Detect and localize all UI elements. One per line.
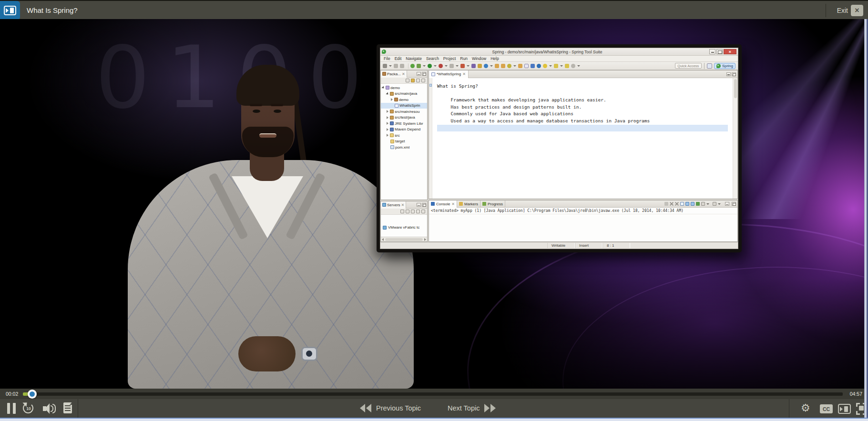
next-topic-button[interactable]: Next Topic (448, 404, 496, 412)
open-folder-icon[interactable] (495, 64, 499, 68)
seek-thumb[interactable] (28, 390, 37, 399)
scroll-left-icon[interactable] (382, 238, 384, 241)
expander-icon[interactable] (387, 110, 388, 113)
expander-icon[interactable] (381, 86, 385, 90)
maximize-panel-button[interactable] (422, 72, 426, 76)
start-server-icon[interactable] (406, 210, 409, 213)
jar-icon[interactable] (478, 64, 482, 68)
volume-button[interactable] (43, 403, 55, 414)
dropdown-caret[interactable] (706, 203, 709, 205)
dropdown-caret[interactable] (456, 65, 459, 67)
new-java-project-icon[interactable] (471, 64, 476, 68)
menu-edit[interactable]: Edit (395, 56, 402, 61)
save-all-icon[interactable] (400, 64, 404, 68)
spring-perspective-button[interactable]: Spring (714, 63, 735, 69)
previous-topic-button[interactable]: Previous Topic (360, 404, 421, 412)
tab-progress[interactable]: Progress (480, 200, 505, 208)
closed-captions-button[interactable]: CC (820, 404, 833, 413)
view-menu-icon[interactable] (421, 79, 425, 82)
task-icon[interactable] (524, 64, 529, 68)
settings-button[interactable]: ⚙ (801, 401, 810, 415)
expander-icon[interactable] (387, 134, 388, 137)
sidebar-toggle-button[interactable] (0, 1, 20, 20)
horizontal-scrollbar[interactable] (381, 237, 427, 241)
expander-icon[interactable] (387, 122, 388, 125)
panel-toggle-button[interactable] (838, 404, 851, 414)
minimize-panel-button[interactable] (417, 203, 421, 207)
tab-package-explorer[interactable]: Packa... ✕ (381, 70, 407, 78)
expander-icon[interactable] (386, 92, 389, 95)
maximize-panel-button[interactable] (422, 203, 426, 207)
tab-markers[interactable]: Markers (457, 200, 480, 208)
tab-whatisspring[interactable]: *WhatIsSpring ✕ (429, 70, 469, 78)
word-wrap-icon[interactable] (691, 202, 694, 206)
tree-item[interactable]: target (381, 139, 427, 145)
tab-servers[interactable]: Servers ✕ (381, 201, 406, 209)
new-wizard-icon[interactable] (383, 64, 387, 68)
vertical-scrollbar[interactable] (733, 78, 737, 199)
server-icon[interactable] (460, 64, 465, 68)
dropdown-caret[interactable] (718, 203, 721, 205)
profile-server-icon[interactable] (411, 210, 415, 213)
debug-icon[interactable] (417, 64, 421, 68)
close-tab-icon[interactable]: ✕ (451, 202, 455, 206)
scroll-lock-icon[interactable] (685, 202, 689, 206)
expander-icon[interactable] (391, 98, 393, 101)
dropdown-caret[interactable] (577, 65, 580, 67)
mark-occurrences-icon[interactable] (531, 64, 535, 68)
dropdown-caret[interactable] (467, 65, 470, 67)
minimize-panel-button[interactable] (725, 202, 729, 206)
close-button[interactable]: × (724, 49, 736, 54)
remove-launch-icon[interactable] (670, 202, 674, 206)
rewind-10-button[interactable]: 10 (22, 402, 35, 414)
tree-item[interactable]: src/main/resou (381, 109, 427, 115)
link-with-editor-icon[interactable] (411, 79, 415, 82)
minimize-panel-button[interactable] (726, 72, 731, 76)
maximize-panel-button[interactable] (732, 202, 736, 206)
tree-item[interactable]: Maven Depend (381, 127, 427, 133)
seek-bar[interactable] (23, 392, 843, 396)
exit-close-button[interactable]: × (851, 5, 863, 16)
search-icon[interactable] (507, 64, 511, 68)
scroll-right-icon[interactable] (424, 238, 426, 241)
import-icon[interactable] (501, 64, 505, 68)
menu-help[interactable]: Help (490, 56, 499, 61)
menu-file[interactable]: File (384, 56, 390, 61)
close-tab-icon[interactable]: ✕ (402, 72, 405, 76)
tab-console[interactable]: Console ✕ (429, 200, 457, 208)
scrollbar-thumb[interactable] (385, 238, 423, 241)
publish-server-icon[interactable] (421, 210, 425, 213)
remove-all-launches-icon[interactable] (675, 202, 679, 206)
scrollbar-thumb[interactable] (734, 79, 737, 98)
code-text[interactable]: What is Spring? Framework that makes dev… (432, 78, 733, 199)
dropdown-caret[interactable] (445, 65, 448, 67)
collapse-all-icon[interactable] (406, 79, 409, 82)
maximize-panel-button[interactable] (732, 72, 736, 76)
forward-icon[interactable] (565, 64, 569, 68)
clear-console-icon[interactable] (680, 202, 684, 206)
focus-icon[interactable] (416, 79, 420, 82)
next-annotation-icon[interactable] (571, 64, 575, 68)
dropdown-caret[interactable] (434, 65, 437, 67)
tree-item[interactable]: src/test/java (381, 115, 427, 121)
save-icon[interactable] (394, 64, 398, 68)
editor-body[interactable]: What is Spring? Framework that makes dev… (429, 78, 737, 199)
spring-boot-icon[interactable] (410, 64, 415, 68)
profile-icon[interactable] (439, 64, 443, 68)
minimize-panel-button[interactable] (417, 72, 421, 76)
menu-window[interactable]: Window (472, 56, 486, 61)
back-icon[interactable] (554, 64, 558, 68)
open-console-icon[interactable] (713, 202, 716, 206)
expander-icon[interactable] (387, 116, 388, 119)
dropdown-caret[interactable] (513, 65, 516, 67)
external-tools-icon[interactable] (518, 64, 522, 68)
new-class-icon[interactable] (484, 64, 488, 68)
last-edit-icon[interactable] (543, 64, 547, 68)
web-browser-icon[interactable] (537, 64, 541, 68)
close-tab-icon[interactable]: ✕ (401, 203, 405, 207)
menu-project[interactable]: Project (443, 56, 456, 61)
stop-server-icon[interactable] (416, 210, 420, 213)
pin-console-icon[interactable] (696, 202, 700, 206)
stop-icon[interactable] (449, 64, 454, 68)
tree-item[interactable]: src (381, 132, 427, 139)
